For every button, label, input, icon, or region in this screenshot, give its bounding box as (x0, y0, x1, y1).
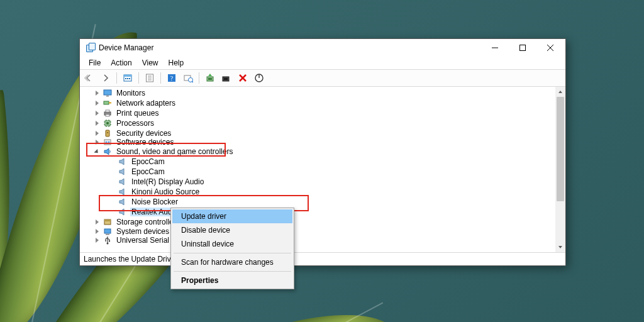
network-icon (103, 99, 113, 108)
svg-rect-23 (109, 103, 111, 104)
menu-help[interactable]: Help (164, 57, 189, 69)
svg-rect-21 (106, 96, 109, 97)
svg-rect-16 (208, 78, 212, 80)
speaker-icon (118, 177, 128, 186)
usb-icon (103, 236, 113, 245)
svg-point-38 (107, 132, 108, 133)
svg-rect-4 (127, 78, 128, 79)
svg-point-41 (108, 142, 110, 143)
titlebar[interactable]: Device Manager (80, 39, 565, 57)
update-driver-button[interactable] (203, 71, 217, 85)
maximize-button[interactable] (509, 39, 536, 57)
svg-line-14 (192, 81, 193, 82)
window-title: Device Manager (99, 43, 153, 52)
svg-rect-5 (129, 78, 130, 79)
device-manager-window: Device Manager File Action View Help ? (79, 38, 566, 266)
ctx-disable-device[interactable]: Disable device (172, 223, 292, 237)
speaker-icon (118, 187, 128, 196)
system-icon (103, 227, 113, 235)
vertical-scrollbar[interactable] (555, 87, 565, 252)
properties-button[interactable] (143, 71, 157, 85)
device-tree[interactable]: Monitors Network adapters Print queues P… (80, 87, 555, 252)
uninstall-button[interactable] (219, 71, 233, 85)
svg-rect-43 (104, 219, 111, 221)
svg-text:?: ? (170, 75, 174, 82)
ctx-uninstall-device[interactable]: Uninstall device (172, 237, 292, 251)
speaker-icon (118, 197, 128, 206)
close-button[interactable] (536, 39, 564, 57)
scroll-thumb[interactable] (557, 97, 564, 201)
monitor-icon (103, 89, 113, 97)
tree-item-storage[interactable]: Storage controllers (80, 217, 555, 227)
speaker-icon (103, 147, 113, 156)
show-hidden-button[interactable] (121, 71, 135, 85)
tree-panel: Monitors Network adapters Print queues P… (80, 87, 565, 253)
svg-point-46 (107, 243, 109, 245)
menu-view[interactable]: View (137, 57, 164, 69)
tree-item-security[interactable]: Security devices (80, 128, 555, 138)
toolbar: ? (80, 69, 565, 87)
desktop-wallpaper: Device Manager File Action View Help ? (0, 0, 644, 322)
printer-icon (103, 109, 113, 118)
scroll-down-button[interactable] (555, 242, 565, 252)
svg-rect-22 (104, 101, 109, 104)
speaker-icon (118, 157, 128, 166)
storage-icon (103, 218, 113, 226)
scroll-track[interactable] (555, 97, 565, 242)
tree-item-epoccam-1[interactable]: EpocCam (80, 157, 555, 167)
menu-file[interactable]: File (84, 57, 106, 69)
tree-item-kinoni[interactable]: Kinoni Audio Source (80, 187, 555, 197)
svg-rect-18 (224, 78, 228, 80)
ctx-scan-hardware[interactable]: Scan for hardware changes (172, 255, 292, 269)
tree-item-processors[interactable]: Processors (80, 118, 555, 128)
svg-rect-20 (104, 90, 111, 95)
ctx-update-driver[interactable]: Update driver (172, 209, 292, 223)
tree-item-sound[interactable]: Sound, video and game controllers (80, 147, 555, 157)
enable-button[interactable] (252, 71, 266, 85)
tree-item-printq[interactable]: Print queues (80, 108, 555, 118)
svg-rect-0 (520, 45, 526, 51)
ctx-separator-2 (174, 271, 291, 272)
status-text: Launches the Update Driver Wizard for th… (84, 255, 175, 264)
tree-item-network[interactable]: Network adapters (80, 98, 555, 108)
cpu-icon (103, 119, 113, 128)
svg-point-47 (105, 240, 106, 242)
speaker-icon (118, 208, 128, 216)
svg-rect-45 (106, 234, 109, 235)
svg-rect-3 (125, 78, 126, 79)
tree-item-softdev[interactable]: Software devices (80, 138, 555, 147)
scroll-up-button[interactable] (555, 87, 565, 97)
svg-rect-2 (124, 75, 131, 77)
tree-item-intel-audio[interactable]: Intel(R) Display Audio (80, 177, 555, 187)
help-button[interactable]: ? (165, 71, 179, 85)
tree-item-epoccam-2[interactable]: EpocCam (80, 167, 555, 177)
disable-button[interactable] (236, 71, 250, 85)
speaker-icon (118, 167, 128, 176)
svg-rect-25 (106, 110, 109, 112)
svg-rect-26 (106, 114, 109, 116)
tree-item-noise[interactable]: Noise Blocker (80, 197, 555, 207)
menu-bar: File Action View Help (80, 57, 565, 69)
forward-button[interactable] (99, 71, 113, 85)
tree-item-realtek[interactable]: Realtek Audio (80, 207, 555, 217)
tree-item-system[interactable]: System devices (80, 227, 555, 235)
software-icon (103, 138, 113, 147)
svg-point-40 (106, 142, 108, 143)
svg-rect-48 (109, 241, 110, 242)
ctx-properties[interactable]: Properties (172, 274, 292, 287)
tree-item-monitors[interactable]: Monitors (80, 88, 555, 98)
minimize-button[interactable] (481, 39, 509, 57)
svg-rect-28 (106, 122, 109, 125)
scan-hardware-button[interactable] (181, 71, 195, 85)
security-icon (103, 129, 113, 138)
svg-rect-44 (104, 229, 111, 233)
context-menu: Update driver Disable device Uninstall d… (170, 208, 294, 289)
ctx-separator-1 (174, 253, 291, 253)
back-button[interactable] (82, 71, 96, 85)
tree-item-usb[interactable]: Universal Serial Bus controllers (80, 235, 555, 245)
menu-action[interactable]: Action (106, 57, 136, 69)
app-icon (85, 43, 95, 53)
status-bar: Launches the Update Driver Wizard for th… (80, 253, 565, 265)
